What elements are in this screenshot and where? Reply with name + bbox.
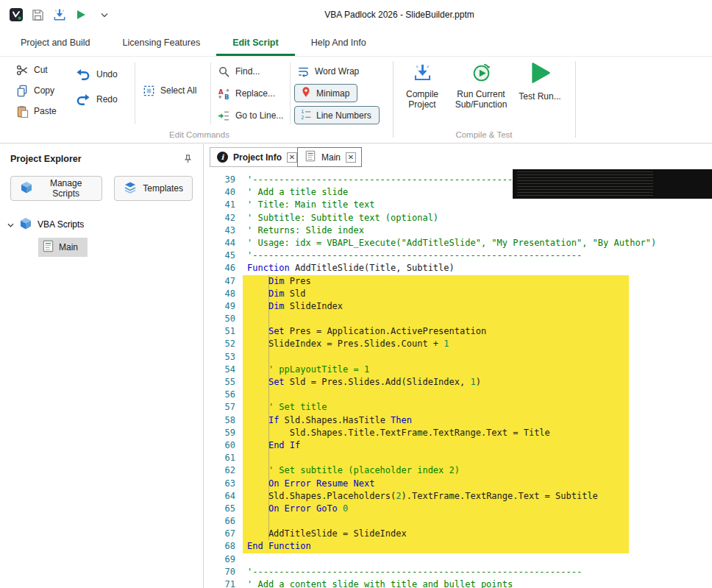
ribbon: Cut Copy Paste Undo Redo Select All Find… — [0, 57, 712, 144]
toolbar-expand-icon[interactable] — [101, 13, 108, 18]
cut-button[interactable]: Cut — [16, 61, 48, 79]
search-icon — [218, 65, 230, 78]
tab-project-and-build[interactable]: Project and Build — [4, 29, 107, 56]
test-run-button[interactable]: Test Run... — [518, 61, 562, 102]
code-line[interactable]: 65 On Error GoTo 0 — [204, 503, 712, 515]
select-all-button[interactable]: Select All — [143, 82, 196, 99]
paste-icon — [16, 105, 29, 118]
line-number: 41 — [204, 199, 235, 211]
goto-line-label: Go to Line... — [235, 110, 283, 121]
line-number: 55 — [204, 376, 235, 389]
save-icon[interactable] — [32, 9, 44, 21]
templates-button[interactable]: Templates — [114, 176, 193, 201]
run-current-button[interactable]: Run Current Sub/Function — [449, 63, 513, 110]
pin-icon[interactable] — [183, 154, 193, 164]
compile-project-label: Compile Project — [401, 89, 444, 110]
code-line[interactable]: 59 Sld.Shapes.Title.TextFrame.TextRange.… — [204, 427, 712, 439]
line-number: 47 — [204, 275, 235, 288]
code-line[interactable]: 49 Dim SlideIndex — [204, 300, 712, 313]
compile-icon — [413, 63, 432, 85]
scissors-icon — [16, 64, 29, 77]
copy-button[interactable]: Copy — [16, 82, 54, 99]
code-line[interactable]: 51 Set Pres = Application.ActivePresenta… — [204, 325, 712, 338]
code-line[interactable]: 58 If Sld.Shapes.HasTitle Then — [204, 414, 712, 427]
run-current-label: Run Current Sub/Function — [449, 89, 513, 110]
close-icon[interactable]: ✕ — [287, 152, 297, 163]
code-line[interactable]: 57 ' Set title — [204, 401, 712, 414]
line-number: 56 — [204, 389, 235, 401]
code-line[interactable]: 50 — [204, 313, 712, 325]
minimap-toggle[interactable]: Minimap — [294, 84, 357, 102]
code-line[interactable]: 67 AddTitleSlide = SlideIndex — [204, 528, 712, 540]
editor-tab-label: Main — [321, 152, 341, 163]
code-line[interactable]: 70'-------------------------------------… — [204, 566, 712, 578]
script-file-icon — [305, 150, 316, 164]
code-line[interactable]: 66 — [204, 515, 712, 528]
code-line[interactable]: 68End Function — [204, 540, 712, 553]
line-number: 48 — [204, 288, 235, 300]
code-line[interactable]: 42' Subtitle: Subtitle text (optional) — [204, 212, 712, 224]
replace-label: Replace... — [235, 88, 275, 99]
minimap[interactable] — [513, 169, 712, 199]
code-line[interactable]: 69 — [204, 553, 712, 566]
code-line[interactable]: 45'-------------------------------------… — [204, 249, 712, 262]
line-number: 53 — [204, 351, 235, 364]
manage-scripts-button[interactable]: Manage Scripts — [10, 176, 102, 201]
tree-item-main[interactable]: Main — [38, 238, 88, 257]
code-line[interactable]: 56 — [204, 389, 712, 401]
code-line[interactable]: 63 On Error Resume Next — [204, 478, 712, 490]
app-logo-icon — [9, 7, 24, 22]
code-line[interactable]: 71' Add a content slide with title and b… — [204, 578, 712, 588]
tree-node-vba-scripts[interactable]: VBA Scripts — [0, 216, 203, 233]
find-button[interactable]: Find... — [218, 63, 260, 80]
tab-help-and-info[interactable]: Help And Info — [295, 29, 382, 56]
code-line[interactable]: 54 ' ppLayoutTitle = 1 — [204, 364, 712, 376]
line-number: 63 — [204, 478, 235, 490]
goto-line-button[interactable]: Go to Line... — [218, 107, 283, 124]
word-wrap-button[interactable]: Word Wrap — [297, 63, 359, 80]
undo-button[interactable]: Undo — [75, 65, 118, 83]
code-line[interactable]: 64 Sld.Shapes.Placeholders(2).TextFrame.… — [204, 490, 712, 503]
replace-button[interactable]: AB Replace... — [218, 85, 275, 102]
code-line[interactable]: 41' Title: Main title text — [204, 199, 712, 211]
line-number: 54 — [204, 364, 235, 376]
group-label-compile-test: Compile & Test — [394, 130, 574, 139]
close-icon[interactable]: ✕ — [346, 152, 356, 163]
line-numbers-toggle[interactable]: 12 Line Numbers — [294, 106, 380, 124]
compile-project-button[interactable]: Compile Project — [401, 63, 444, 110]
compile-quick-icon[interactable] — [52, 7, 67, 22]
code-line[interactable]: 52 SlideIndex = Pres.Slides.Count + 1 — [204, 338, 712, 350]
replace-icon: AB — [218, 88, 230, 100]
copy-icon — [16, 85, 29, 97]
line-number: 39 — [204, 174, 235, 186]
cube-icon — [19, 217, 32, 233]
tab-edit-script[interactable]: Edit Script — [216, 29, 295, 56]
chevron-down-icon — [7, 219, 14, 230]
code-line[interactable]: 62 ' Set subtitle (placeholder index 2) — [204, 464, 712, 477]
code-viewport[interactable]: 39'-------------------------------------… — [204, 169, 712, 588]
line-number: 66 — [204, 515, 235, 528]
code-line[interactable]: 48 Dim Sld — [204, 288, 712, 300]
code-line[interactable]: 55 Set Sld = Pres.Slides.Add(SlideIndex,… — [204, 376, 712, 389]
editor-tab-main[interactable]: Main ✕ — [297, 147, 362, 167]
code-line[interactable]: 46Function AddTitleSlide(Title, Subtitle… — [204, 262, 712, 274]
goto-line-icon — [218, 110, 230, 122]
paste-button[interactable]: Paste — [16, 102, 57, 120]
redo-button[interactable]: Redo — [75, 91, 118, 108]
run-quick-icon[interactable] — [75, 9, 87, 21]
code-line[interactable]: 43' Returns: Slide index — [204, 224, 712, 237]
line-number: 65 — [204, 503, 235, 515]
word-wrap-icon — [297, 65, 310, 78]
code-line[interactable]: 53 — [204, 351, 712, 364]
code-line[interactable]: 44' Usage: idx = VBAPL_Execute("AddTitle… — [204, 237, 712, 249]
line-numbers-label: Line Numbers — [316, 110, 371, 121]
tab-licensing-features[interactable]: Licensing Features — [107, 29, 217, 56]
code-line[interactable]: 47 Dim Pres — [204, 275, 712, 288]
line-number: 61 — [204, 452, 235, 464]
code-line[interactable]: 60 End If — [204, 439, 712, 452]
line-number: 43 — [204, 224, 235, 237]
undo-label: Undo — [96, 69, 118, 79]
code-line[interactable]: 61 — [204, 452, 712, 464]
editor-tab-project-info[interactable]: i Project Info ✕ — [210, 147, 303, 167]
line-number: 70 — [204, 566, 235, 578]
